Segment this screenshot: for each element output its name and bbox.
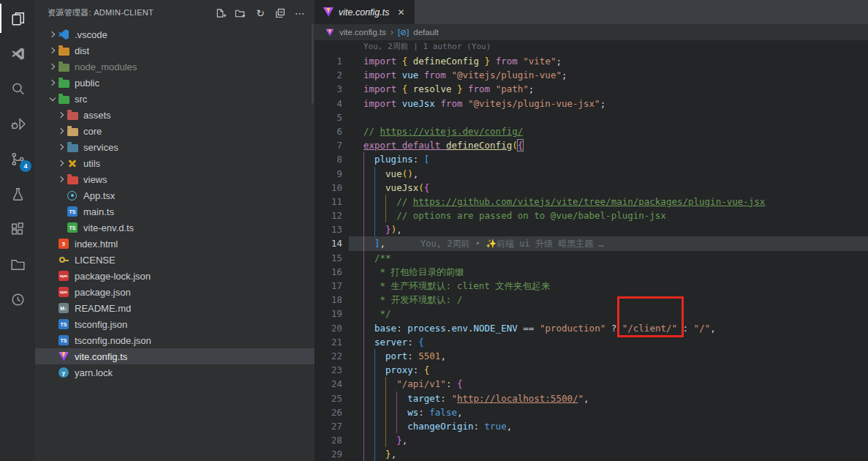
code-line-21[interactable]: 21 server: { — [314, 335, 868, 349]
code-line-28[interactable]: 28 }, — [314, 433, 868, 447]
folder-file-icon — [59, 77, 73, 89]
code-token: : — [418, 407, 429, 418]
tree-item-node_modules[interactable]: node_modules — [35, 59, 314, 75]
code-line-9[interactable]: 9 vue(), — [314, 167, 868, 181]
new-folder-icon[interactable] — [233, 6, 248, 20]
indent-guide — [374, 222, 380, 236]
code-line-8[interactable]: 8 plugins: [ — [314, 152, 868, 166]
chevron-right-icon[interactable] — [47, 77, 59, 89]
code-line-14[interactable]: 14 ],You, 2周前 • ✨前端 ui 升级 暗黑主题 … — [314, 236, 868, 250]
collapse-all-icon[interactable] — [273, 6, 287, 20]
tree-item-package-lock.json[interactable]: npmpackage-lock.json — [35, 268, 314, 284]
code-line-1[interactable]: 1import { defineConfig } from "vite"; — [314, 54, 868, 68]
code-editor[interactable]: You, 2周前 | 1 author (You) 1import { defi… — [314, 40, 868, 461]
indent-guide — [363, 377, 369, 391]
tree-item-index.html[interactable]: 5index.html — [35, 236, 314, 252]
code-line-6[interactable]: 6// https://vitejs.dev/config/ — [314, 124, 868, 138]
code-token — [407, 83, 413, 94]
source-control-icon[interactable]: 4 — [0, 149, 35, 168]
code-token: // — [396, 196, 413, 207]
code-line-26[interactable]: 26 ws: false, — [314, 405, 868, 419]
code-line-25[interactable]: 25 target: "http://localhost:5500/", — [314, 391, 868, 405]
tree-item-label: src — [75, 94, 87, 105]
tree-item-views[interactable]: views — [35, 171, 314, 187]
code-line-3[interactable]: 3import { resolve } from "path"; — [314, 82, 868, 96]
project-folder-icon[interactable] — [0, 255, 35, 274]
tree-item-core[interactable]: core — [35, 123, 314, 139]
chevron-right-icon[interactable] — [56, 125, 67, 137]
chevron-right-icon[interactable] — [56, 141, 67, 153]
line-number: 10 — [314, 181, 342, 195]
tree-item-LICENSE[interactable]: LICENSE — [35, 252, 314, 268]
tree-item-main.ts[interactable]: TSmain.ts — [35, 203, 314, 220]
code-line-17[interactable]: 17 * 生产环境默认: client 文件夹包起来 — [314, 279, 868, 293]
code-line-29[interactable]: 29 }, — [314, 447, 868, 461]
code-line-11[interactable]: 11 // https://github.com/vitejs/vite/tre… — [314, 195, 868, 209]
tree-item-.vscode[interactable]: .vscode — [35, 26, 314, 42]
vite-file-icon — [323, 7, 333, 17]
code-line-10[interactable]: 10 vueJsx({ — [314, 181, 868, 195]
tree-item-package.json[interactable]: npmpackage.json — [35, 284, 314, 300]
sidebar-scrollbar[interactable] — [312, 24, 314, 103]
code-line-23[interactable]: 23 proxy: { — [314, 363, 868, 377]
testing-icon[interactable] — [0, 184, 35, 203]
tree-item-yarn.lock[interactable]: yyarn.lock — [35, 364, 314, 381]
breadcrumb-file[interactable]: vite.config.ts — [339, 28, 386, 37]
code-token: , — [413, 168, 419, 179]
tree-item-tsconfig.json[interactable]: TStsconfig.json — [35, 316, 314, 332]
code-token: port — [385, 351, 407, 361]
tab-vite-config[interactable]: vite.config.ts ✕ — [314, 0, 415, 24]
code-line-5[interactable]: 5 — [314, 110, 868, 124]
tree-item-utils[interactable]: utils — [35, 155, 314, 171]
code-line-15[interactable]: 15 /** — [314, 251, 868, 265]
extensions-icon[interactable] — [0, 220, 35, 239]
breadcrumb-symbol[interactable]: default — [413, 28, 439, 37]
vs-logo-icon[interactable] — [0, 44, 35, 63]
code-token: , — [710, 323, 716, 334]
code-line-22[interactable]: 22 port: 5501, — [314, 349, 868, 363]
tree-item-label: main.ts — [83, 206, 114, 217]
chevron-right-icon[interactable] — [56, 173, 67, 185]
chevron-right-icon[interactable] — [47, 45, 59, 56]
line-number: 29 — [314, 447, 342, 461]
tree-item-vite-env.d.ts[interactable]: TSvite-env.d.ts — [35, 220, 314, 236]
tree-item-App.tsx[interactable]: App.tsx — [35, 187, 314, 203]
code-line-24[interactable]: 24 "/api/v1": { — [314, 377, 868, 391]
code-line-19[interactable]: 19 */ — [314, 307, 868, 321]
tree-item-dist[interactable]: dist — [35, 42, 314, 59]
indent-guide — [363, 349, 369, 363]
chevron-right-icon[interactable] — [47, 29, 59, 40]
code-line-7[interactable]: 7export default defineConfig({ — [314, 138, 868, 152]
code-token: } — [385, 449, 391, 460]
tree-item-README.md[interactable]: M↓README.md — [35, 300, 314, 316]
chevron-right-icon[interactable] — [56, 157, 67, 169]
chevron-right-icon[interactable] — [47, 61, 59, 72]
code-line-18[interactable]: 18 * 开发环境默认: / — [314, 293, 868, 307]
run-debug-icon[interactable] — [0, 114, 35, 133]
chevron-right-icon[interactable] — [56, 109, 67, 121]
tree-item-tsconfig.node.json[interactable]: TStsconfig.node.json — [35, 332, 314, 348]
tree-item-src[interactable]: src — [35, 91, 314, 107]
code-line-2[interactable]: 2import vue from "@vitejs/plugin-vue"; — [314, 68, 868, 82]
code-line-16[interactable]: 16 * 打包给目录的前缀 — [314, 265, 868, 279]
tree-item-vite.config.ts[interactable]: vite.config.ts — [35, 348, 314, 364]
code-line-27[interactable]: 27 changeOrigin: true, — [314, 419, 868, 433]
code-line-4[interactable]: 4import vueJsx from "@vitejs/plugin-vue-… — [314, 97, 868, 110]
explorer-icon[interactable] — [0, 9, 35, 28]
refresh-icon[interactable]: ↻ — [253, 6, 268, 20]
new-file-icon[interactable] — [214, 6, 228, 20]
chevron-down-icon[interactable] — [47, 93, 59, 105]
tree-item-services[interactable]: services — [35, 139, 314, 155]
round-file-icon: y — [59, 367, 73, 378]
code-line-13[interactable]: 13 }), — [314, 222, 868, 236]
code-line-20[interactable]: 20 base: process.env.NODE_ENV == "produc… — [314, 321, 868, 335]
more-actions-icon[interactable]: ⋯ — [293, 6, 307, 20]
close-tab-icon[interactable]: ✕ — [394, 6, 407, 19]
line-number: 22 — [314, 349, 342, 363]
search-icon[interactable] — [0, 79, 35, 98]
tree-item-public[interactable]: public — [35, 75, 314, 91]
code-token: * 开发环境默认: / — [374, 294, 462, 305]
code-line-12[interactable]: 12 // options are passed on to @vue/babe… — [314, 209, 868, 222]
tree-item-assets[interactable]: assets — [35, 107, 314, 123]
git-history-icon[interactable] — [0, 290, 35, 309]
